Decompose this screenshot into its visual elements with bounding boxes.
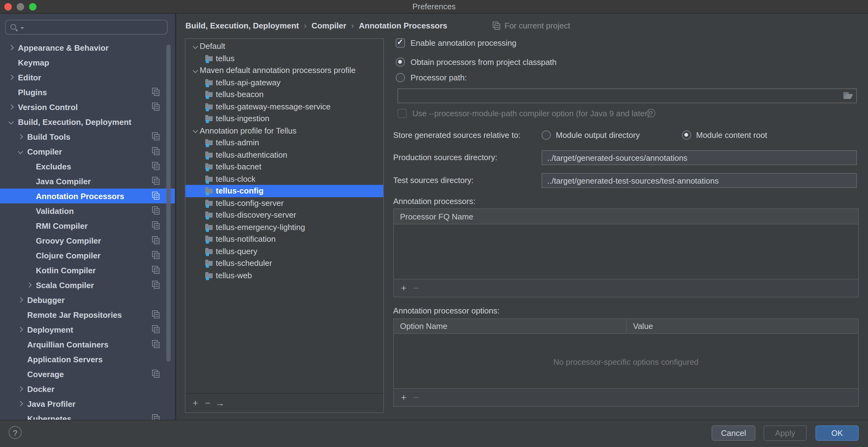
add-option-button[interactable]: + xyxy=(398,388,410,407)
module-tellus-emergency-lighting[interactable]: tellus-emergency-lighting xyxy=(185,221,383,233)
sidebar-item-validation[interactable]: Validation xyxy=(0,203,175,218)
module-tellus-gateway-message-service[interactable]: tellus-gateway-message-service xyxy=(185,100,383,113)
sidebar-item-build-tools[interactable]: Build Tools xyxy=(0,129,175,144)
sidebar-item-version-control[interactable]: Version Control xyxy=(0,100,175,115)
module-tellus-beacon[interactable]: tellus-beacon xyxy=(185,88,383,100)
sidebar-item-label: Clojure Compiler xyxy=(36,251,101,260)
sidebar-item-docker[interactable]: Docker xyxy=(0,381,175,396)
chevron-right-icon[interactable] xyxy=(17,386,25,391)
help-button[interactable]: ? xyxy=(9,426,22,439)
sidebar-item-scala-compiler[interactable]: Scala Compiler xyxy=(0,278,175,292)
processor-module-path-checkbox[interactable] xyxy=(398,109,407,118)
module-tellus-config[interactable]: tellus-config xyxy=(185,185,383,197)
profile-default[interactable]: Default xyxy=(185,40,383,52)
add-processor-button[interactable]: + xyxy=(398,279,410,297)
sidebar-item-remote-jar-repositories[interactable]: Remote Jar Repositories xyxy=(0,307,175,322)
module-output-directory-radio[interactable] xyxy=(541,130,551,140)
production-sources-field[interactable] xyxy=(541,150,857,165)
sidebar-item-debugger[interactable]: Debugger xyxy=(0,292,175,307)
enable-annotation-processing-checkbox[interactable] xyxy=(396,38,405,47)
module-tellus-authentication[interactable]: tellus-authentication xyxy=(185,149,383,161)
search-input[interactable] xyxy=(5,20,167,35)
obtain-from-classpath-radio[interactable] xyxy=(396,58,405,67)
chevron-right-icon[interactable] xyxy=(8,45,16,50)
processor-path-field[interactable] xyxy=(398,88,857,103)
chevron-right-icon[interactable] xyxy=(17,297,25,302)
chevron-down-icon[interactable] xyxy=(8,119,16,124)
chevron-down-icon[interactable] xyxy=(192,68,200,73)
sidebar-item-rmi-compiler[interactable]: RMI Compiler xyxy=(0,218,175,233)
sidebar-item-annotation-processors[interactable]: Annotation Processors xyxy=(0,189,175,203)
breadcrumb-separator: › xyxy=(351,21,354,30)
chevron-down-icon[interactable] xyxy=(192,128,200,133)
module-tellus-discovery-server[interactable]: tellus-discovery-server xyxy=(185,209,383,221)
chevron-right-icon[interactable] xyxy=(17,134,25,139)
breadcrumb-segment-compiler[interactable]: Compiler xyxy=(312,21,346,30)
chevron-right-icon[interactable] xyxy=(26,283,33,287)
module-tellus[interactable]: tellus xyxy=(185,52,383,64)
chevron-right-icon[interactable] xyxy=(8,75,16,80)
sidebar-item-editor[interactable]: Editor xyxy=(0,70,175,85)
sidebar-item-build-execution-deployment[interactable]: Build, Execution, Deployment xyxy=(0,115,175,129)
scope-label: For current project xyxy=(504,21,570,30)
module-tellus-clock[interactable]: tellus-clock xyxy=(185,173,383,185)
cancel-button[interactable]: Cancel xyxy=(712,425,755,441)
sidebar-item-excludes[interactable]: Excludes xyxy=(0,159,175,174)
remove-profile-button[interactable]: − xyxy=(202,394,214,412)
sidebar-item-kubernetes[interactable]: Kubernetes xyxy=(0,411,175,420)
module-tellus-config-server[interactable]: tellus-config-server xyxy=(185,197,383,209)
sidebar-item-kotlin-compiler[interactable]: Kotlin Compiler xyxy=(0,263,175,278)
sidebar-item-keymap[interactable]: Keymap xyxy=(0,55,175,70)
sidebar-item-arquillian-containers[interactable]: Arquillian Containers xyxy=(0,337,175,352)
test-sources-field[interactable] xyxy=(541,173,857,188)
module-tellus-bacnet[interactable]: tellus-bacnet xyxy=(185,161,383,173)
chevron-right-icon[interactable] xyxy=(8,104,16,109)
sidebar-item-appearance-behavior[interactable]: Appearance & Behavior xyxy=(0,40,175,55)
sidebar-item-deployment[interactable]: Deployment xyxy=(0,322,175,337)
processor-fq-name-column-header[interactable]: Processor FQ Name xyxy=(394,212,473,221)
chevron-down-icon[interactable] xyxy=(17,149,25,154)
sidebar-item-clojure-compiler[interactable]: Clojure Compiler xyxy=(0,248,175,263)
ok-button[interactable]: OK xyxy=(815,425,859,441)
option-name-column-header[interactable]: Option Name xyxy=(394,321,626,331)
chevron-none-icon xyxy=(26,179,33,184)
profile-maven-default-annotation-processors-profile[interactable]: Maven default annotation processors prof… xyxy=(185,64,383,76)
breadcrumb-segment-annotation-processors[interactable]: Annotation Processors xyxy=(359,21,447,30)
module-icon xyxy=(205,235,213,243)
sidebar-scrollbar[interactable] xyxy=(166,44,170,362)
search-options-caret-icon[interactable] xyxy=(21,27,24,29)
apply-button[interactable]: Apply xyxy=(764,425,807,441)
module-tellus-admin[interactable]: tellus-admin xyxy=(185,137,383,149)
sidebar-item-plugins[interactable]: Plugins xyxy=(0,85,175,100)
chevron-down-icon[interactable] xyxy=(192,44,200,49)
module-tellus-ingestion[interactable]: tellus-ingestion xyxy=(185,113,383,125)
move-module-button[interactable]: → xyxy=(214,394,226,412)
sidebar-item-groovy-compiler[interactable]: Groovy Compiler xyxy=(0,233,175,248)
remove-processor-button[interactable]: − xyxy=(410,279,422,297)
module-tellus-api-gateway[interactable]: tellus-api-gateway xyxy=(185,76,383,88)
per-project-badge-icon xyxy=(152,325,160,334)
processor-path-radio[interactable] xyxy=(396,73,405,82)
value-column-header[interactable]: Value xyxy=(626,319,858,333)
module-content-root-radio[interactable] xyxy=(682,130,691,140)
remove-option-button[interactable]: − xyxy=(410,388,422,407)
help-icon[interactable]: ? xyxy=(647,109,655,118)
browse-folder-icon[interactable] xyxy=(843,92,852,100)
sidebar-item-application-servers[interactable]: Application Servers xyxy=(0,352,175,366)
add-profile-button[interactable]: + xyxy=(189,394,202,412)
options-table-toolbar: + − xyxy=(394,388,858,406)
module-tellus-scheduler[interactable]: tellus-scheduler xyxy=(185,257,383,269)
sidebar-item-compiler[interactable]: Compiler xyxy=(0,144,175,159)
per-project-badge-icon xyxy=(152,88,160,96)
module-tellus-query[interactable]: tellus-query xyxy=(185,245,383,257)
chevron-right-icon[interactable] xyxy=(17,401,25,406)
chevron-right-icon[interactable] xyxy=(17,327,25,332)
sidebar-item-java-profiler[interactable]: Java Profiler xyxy=(0,396,175,411)
chevron-none-icon xyxy=(26,193,33,198)
module-tellus-notification[interactable]: tellus-notification xyxy=(185,233,383,245)
sidebar-item-java-compiler[interactable]: Java Compiler xyxy=(0,174,175,189)
sidebar-item-coverage[interactable]: Coverage xyxy=(0,366,175,381)
profile-annotation-profile-for-tellus[interactable]: Annotation profile for Tellus xyxy=(185,125,383,137)
module-tellus-web[interactable]: tellus-web xyxy=(185,269,383,281)
breadcrumb-segment-build-execution-deployment[interactable]: Build, Execution, Deployment xyxy=(185,21,299,30)
